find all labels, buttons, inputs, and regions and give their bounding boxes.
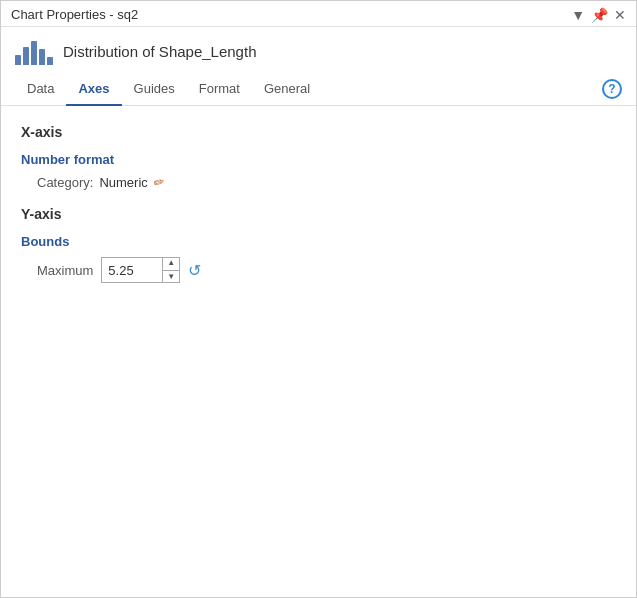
maximum-row: Maximum ▲ ▼ ↺ [37,257,616,283]
edit-icon[interactable]: ✏ [152,174,167,191]
content-area: X-axis Number format Category: Numeric ✏… [1,106,636,597]
bounds-label: Bounds [21,234,616,249]
reset-icon[interactable]: ↺ [188,261,201,280]
number-format-label: Number format [21,152,616,167]
category-label: Category: [37,175,93,190]
spinner-down-button[interactable]: ▼ [163,270,179,284]
tabs-list: Data Axes Guides Format General [15,73,322,105]
chart-properties-panel: Chart Properties - sq2 ▼ 📌 ✕ Distributio… [0,0,637,598]
title-bar: Chart Properties - sq2 ▼ 📌 ✕ [1,1,636,27]
bar-chart-icon [15,37,53,65]
tab-axes[interactable]: Axes [66,73,121,106]
dropdown-icon[interactable]: ▼ [571,8,585,22]
close-icon[interactable]: ✕ [614,8,626,22]
tab-format[interactable]: Format [187,73,252,106]
pin-icon[interactable]: 📌 [591,8,608,22]
tabs-bar: Data Axes Guides Format General ? [1,73,636,106]
help-icon[interactable]: ? [602,79,622,99]
maximum-input-container: ▲ ▼ [101,257,180,283]
chart-title: Distribution of Shape_Length [63,43,256,60]
x-axis-title: X-axis [21,124,616,140]
tab-guides[interactable]: Guides [122,73,187,106]
y-axis-section: Y-axis Bounds Maximum ▲ ▼ ↺ [21,206,616,283]
chart-header: Distribution of Shape_Length [1,27,636,73]
panel-title: Chart Properties - sq2 [11,7,138,22]
y-axis-title: Y-axis [21,206,616,222]
spinner: ▲ ▼ [162,257,179,283]
x-axis-section: X-axis Number format Category: Numeric ✏ [21,124,616,190]
spinner-up-button[interactable]: ▲ [163,257,179,270]
category-value: Numeric [99,175,147,190]
maximum-input[interactable] [102,261,162,280]
tab-general[interactable]: General [252,73,322,106]
tab-data[interactable]: Data [15,73,66,106]
title-controls: ▼ 📌 ✕ [571,8,626,22]
category-row: Category: Numeric ✏ [37,175,616,190]
maximum-label: Maximum [37,263,93,278]
